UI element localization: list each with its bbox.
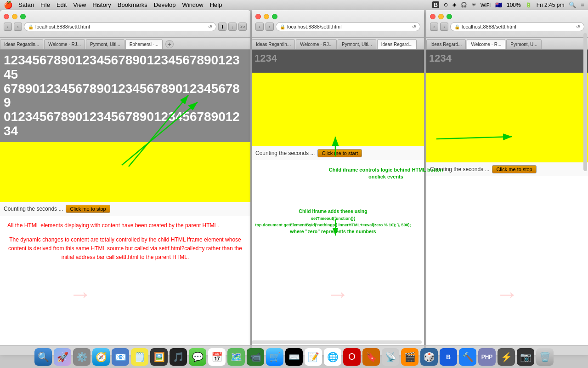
explanation-1: All the HTML elements displaying with co…	[0, 216, 250, 268]
back-button-2[interactable]: ‹	[255, 23, 264, 31]
dock-trash[interactable]: 🗑️	[536, 348, 554, 366]
dock-launchpad[interactable]: 🚀	[54, 348, 71, 366]
menu-file[interactable]: File	[40, 1, 50, 8]
menu-help[interactable]: Help	[210, 1, 222, 8]
tab-3-welcome[interactable]: Welcome - R...	[467, 39, 505, 49]
search-icon[interactable]: 🔍	[569, 1, 576, 8]
stop-button-3[interactable]: Click me to stop	[492, 165, 536, 173]
list-icon[interactable]: ≡	[581, 1, 584, 8]
fullscreen-button-2[interactable]	[272, 14, 277, 19]
menu-safari[interactable]: Safari	[18, 1, 34, 8]
dock-appstore[interactable]: 🛒	[266, 348, 283, 366]
menu-edit[interactable]: Edit	[57, 1, 67, 8]
dock-camera[interactable]: 📷	[517, 348, 534, 366]
address-field-3[interactable]: 🔒 localhost:8888/settf.html ↺	[450, 22, 584, 31]
minimize-button-2[interactable]	[264, 14, 269, 19]
dock-php[interactable]: PHP	[478, 348, 496, 366]
numbers-text-1b: 6789012345678901234567890123456789	[4, 81, 240, 110]
reload-button-2[interactable]: ↺	[412, 24, 416, 30]
dock-preferences[interactable]: ⚙️	[73, 348, 90, 366]
dock-vlc[interactable]: 🎬	[401, 348, 418, 366]
dock-photos[interactable]: 🖼️	[150, 348, 168, 366]
explanation-text-1b: The dynamic changes to content are total…	[7, 236, 243, 262]
address-bar-row-3: ‹ › 🔒 localhost:8888/settf.html ↺	[430, 22, 584, 32]
tab-2-ideas2[interactable]: Ideas Regard...	[377, 39, 417, 49]
scrollbar-v-3[interactable]	[583, 33, 587, 171]
menu-window[interactable]: Window	[182, 1, 203, 8]
tab-1-pyrmont[interactable]: Pyrmont, Ulti...	[86, 39, 124, 49]
stop-button-1[interactable]: Click me to stop	[66, 205, 110, 213]
traffic-lights-3	[430, 13, 584, 19]
dock-chrome[interactable]: 🌐	[324, 348, 341, 366]
battery-label: 100%	[507, 2, 521, 8]
share-button-1[interactable]: ⬆	[218, 23, 226, 31]
minimize-button-3[interactable]	[438, 14, 444, 19]
address-field-1[interactable]: 🔒 localhost:8888/settf.html ↺	[24, 22, 216, 31]
scrollbar-h-2[interactable]	[252, 340, 422, 344]
counting-label-3: Counting the seconds ...	[430, 166, 489, 172]
tabs-row-3: Ideas Regard... Welcome - R... Pyrmont, …	[426, 38, 588, 50]
dock-bookmark[interactable]: 🔖	[362, 348, 380, 366]
minimize-button-1[interactable]	[12, 14, 17, 19]
dock-safari[interactable]: 🧭	[92, 348, 110, 366]
close-button-3[interactable]	[430, 14, 435, 19]
forward-button-2[interactable]: ›	[266, 23, 274, 31]
dock-maps[interactable]: 🗺️	[227, 348, 245, 366]
dock-calendar[interactable]: 📅	[208, 348, 226, 366]
tab-1-welcome[interactable]: Welcome - RJ...	[44, 39, 85, 49]
reload-button-1[interactable]: ↺	[208, 24, 212, 30]
dock-3d[interactable]: 🎲	[420, 348, 438, 366]
address-field-2[interactable]: 🔒 localhost:8888/settf.html ↺	[276, 22, 420, 31]
download-button-1[interactable]: ↓	[228, 23, 237, 31]
number-display-2: 1234	[252, 50, 424, 73]
tab-2-pyrmont[interactable]: Pyrmont, Ulti...	[338, 39, 376, 49]
dock-bitwarden[interactable]: B	[440, 348, 457, 366]
dock-music[interactable]: 🎵	[170, 348, 187, 366]
tab-3-pyrmont[interactable]: Pyrmont, U...	[506, 39, 541, 49]
status-menu-1: ⊙	[444, 2, 448, 8]
dock-textedit[interactable]: 📝	[305, 348, 322, 366]
bitwarden-icon[interactable]: B	[432, 1, 439, 8]
dock-facetime[interactable]: 📹	[247, 348, 264, 366]
tab-2-welcome[interactable]: Welcome - RJ...	[296, 39, 337, 49]
lock-icon-2: 🔒	[280, 24, 285, 29]
dock-extra1[interactable]: ⚡	[498, 348, 515, 366]
more-button-1[interactable]: >>	[238, 23, 247, 31]
dock-notes[interactable]: 🗒️	[131, 348, 148, 366]
menu-history[interactable]: History	[92, 1, 111, 8]
dock: 🔍 🚀 ⚙️ 🧭 📧 🗒️ 🖼️ 🎵 💬 📅 🗺️ 📹 🛒 ⌨️ 📝 🌐 O 🔖…	[0, 345, 588, 368]
safari-chrome-1: ‹ › 🔒 localhost:8888/settf.html ↺ ⬆ ↓ >>	[0, 10, 250, 38]
apple-menu[interactable]: 🍎	[4, 0, 13, 9]
close-button-2[interactable]	[255, 14, 261, 19]
new-tab-button-1[interactable]: +	[165, 40, 174, 48]
safari-window-1: ‹ › 🔒 localhost:8888/settf.html ↺ ⬆ ↓ >>…	[0, 10, 250, 355]
start-button-2[interactable]: Click me to start	[317, 149, 362, 157]
dock-finder[interactable]: 🔍	[34, 348, 52, 366]
back-button-3[interactable]: ‹	[430, 23, 438, 31]
fullscreen-button-3[interactable]	[447, 14, 452, 19]
yellow-inner-2	[252, 73, 424, 146]
pink-arrow-3: →	[496, 281, 519, 307]
menu-bookmarks[interactable]: Bookmarks	[118, 1, 147, 8]
back-button-1[interactable]: ‹	[4, 23, 12, 31]
counting-label-2: Counting the seconds ...	[255, 150, 315, 156]
tab-1-ephemeral[interactable]: Ephemeral -...	[125, 39, 163, 49]
dock-xcode[interactable]: 🔨	[459, 348, 476, 366]
dock-filezilla[interactable]: 📡	[382, 348, 399, 366]
close-button-1[interactable]	[4, 14, 9, 19]
tab-3-ideas[interactable]: Ideas Regard...	[426, 39, 466, 49]
forward-button-1[interactable]: ›	[14, 23, 22, 31]
tab-2-ideas[interactable]: Ideas Regardin...	[252, 39, 295, 49]
tab-1-ideas[interactable]: Ideas Regardin...	[0, 39, 43, 49]
fullscreen-button-1[interactable]	[20, 14, 26, 19]
safari-chrome-3: ‹ › 🔒 localhost:8888/settf.html ↺	[426, 10, 588, 38]
counting-bar-2: Counting the seconds ... Click me to sta…	[252, 146, 424, 160]
reload-button-3[interactable]: ↺	[576, 24, 580, 30]
forward-button-3[interactable]: ›	[440, 23, 448, 31]
dock-mail[interactable]: 📧	[112, 348, 129, 366]
dock-terminal[interactable]: ⌨️	[285, 348, 303, 366]
dock-opera[interactable]: O	[343, 348, 361, 366]
dock-messages[interactable]: 💬	[189, 348, 206, 366]
menu-view[interactable]: View	[73, 1, 86, 8]
menu-develop[interactable]: Develop	[154, 1, 176, 8]
